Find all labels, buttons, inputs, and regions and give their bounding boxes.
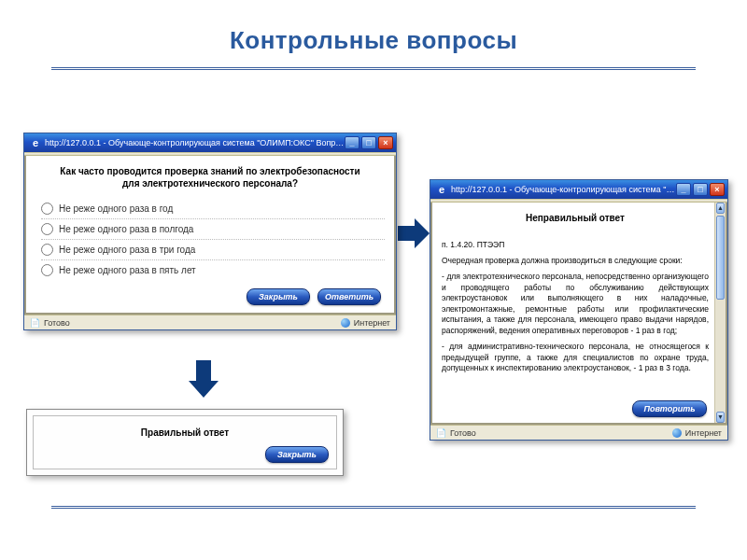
scroll-down-icon[interactable]: ▼ bbox=[716, 412, 725, 423]
status-left: Готово bbox=[44, 318, 70, 328]
svg-marker-1 bbox=[189, 360, 218, 398]
ie-icon: e bbox=[30, 137, 41, 148]
content-area: Неправильный ответ п. 1.4.20. ПТЭЭП Очер… bbox=[430, 203, 727, 425]
minimize-button[interactable]: _ bbox=[345, 136, 359, 149]
option-2[interactable]: Не реже одного раза в полгода bbox=[41, 219, 385, 240]
scrollbar[interactable]: ▲ ▼ bbox=[714, 203, 726, 423]
question-text: Как часто проводится проверка знаний по … bbox=[35, 161, 385, 199]
doc-icon: 📄 bbox=[436, 428, 446, 438]
svg-marker-0 bbox=[398, 218, 430, 248]
answer-button[interactable]: Ответить bbox=[317, 288, 381, 305]
slide-title: Контрольные вопросы bbox=[0, 0, 747, 55]
wrong-heading: Неправильный ответ bbox=[442, 208, 709, 234]
option-4-radio[interactable] bbox=[41, 264, 53, 276]
close-window-button[interactable]: × bbox=[710, 183, 725, 196]
option-1[interactable]: Не реже одного раза в год bbox=[41, 199, 385, 219]
statusbar: 📄Готово Интернет bbox=[24, 315, 396, 329]
wrong-answer-window: e http://127.0.0.1 - Обучающе-контролиру… bbox=[430, 179, 728, 441]
arrow-down-icon bbox=[187, 360, 220, 399]
option-3-radio[interactable] bbox=[41, 244, 53, 256]
slide-container: Контрольные вопросы e http://127.0.0.1 -… bbox=[0, 0, 747, 560]
panel-inner: Правильный ответ Закрыть bbox=[33, 415, 337, 469]
option-1-label: Не реже одного раза в год bbox=[59, 203, 173, 214]
scroll-thumb[interactable] bbox=[716, 216, 725, 300]
globe-icon bbox=[672, 428, 682, 438]
repeat-button[interactable]: Повторить bbox=[632, 400, 707, 417]
correct-answer-panel: Правильный ответ Закрыть bbox=[26, 409, 344, 476]
statusbar: 📄Готово Интернет bbox=[430, 425, 727, 440]
content-area: Как часто проводится проверка знаний по … bbox=[24, 156, 396, 315]
intro-text: Очередная проверка должна производиться … bbox=[442, 256, 709, 266]
option-2-radio[interactable] bbox=[41, 223, 53, 235]
close-window-button[interactable]: × bbox=[378, 136, 393, 149]
window-title: http://127.0.0.1 - Обучающе-контролирующ… bbox=[45, 138, 345, 147]
paragraph-1: - для электротехнического персонала, неп… bbox=[442, 272, 709, 336]
globe-icon bbox=[341, 318, 350, 328]
doc-icon: 📄 bbox=[30, 318, 40, 328]
option-3[interactable]: Не реже одного раза в три года bbox=[41, 240, 385, 260]
divider-top bbox=[51, 67, 696, 70]
arrow-right-icon bbox=[398, 217, 431, 250]
status-left: Готово bbox=[450, 428, 476, 438]
options-list: Не реже одного раза в год Не реже одного… bbox=[35, 199, 385, 280]
status-right: Интернет bbox=[685, 428, 722, 438]
scroll-up-icon[interactable]: ▲ bbox=[716, 203, 725, 214]
ie-icon: e bbox=[436, 184, 447, 195]
option-3-label: Не реже одного раза в три года bbox=[59, 245, 195, 255]
reference-text: п. 1.4.20. ПТЭЭП bbox=[442, 240, 709, 250]
divider-bottom bbox=[51, 506, 696, 509]
status-right: Интернет bbox=[354, 318, 390, 328]
titlebar[interactable]: e http://127.0.0.1 - Обучающе-контролиру… bbox=[430, 180, 727, 199]
minimize-button[interactable]: _ bbox=[676, 183, 691, 196]
close-button[interactable]: Закрыть bbox=[265, 446, 329, 463]
option-1-radio[interactable] bbox=[41, 203, 53, 215]
question-window: e http://127.0.0.1 - Обучающе-контролиру… bbox=[23, 133, 397, 330]
maximize-button[interactable]: □ bbox=[693, 183, 708, 196]
option-4-label: Не реже одного раза в пять лет bbox=[59, 265, 196, 275]
close-button[interactable]: Закрыть bbox=[247, 288, 310, 305]
maximize-button[interactable]: □ bbox=[361, 136, 376, 149]
paragraph-2: - для административно-технического персо… bbox=[442, 342, 709, 373]
correct-heading: Правильный ответ bbox=[34, 416, 336, 438]
option-2-label: Не реже одного раза в полгода bbox=[59, 224, 193, 234]
titlebar[interactable]: e http://127.0.0.1 - Обучающе-контролиру… bbox=[24, 133, 396, 152]
window-title: http://127.0.0.1 - Обучающе-контролирующ… bbox=[451, 185, 676, 194]
option-4[interactable]: Не реже одного раза в пять лет bbox=[41, 260, 385, 280]
